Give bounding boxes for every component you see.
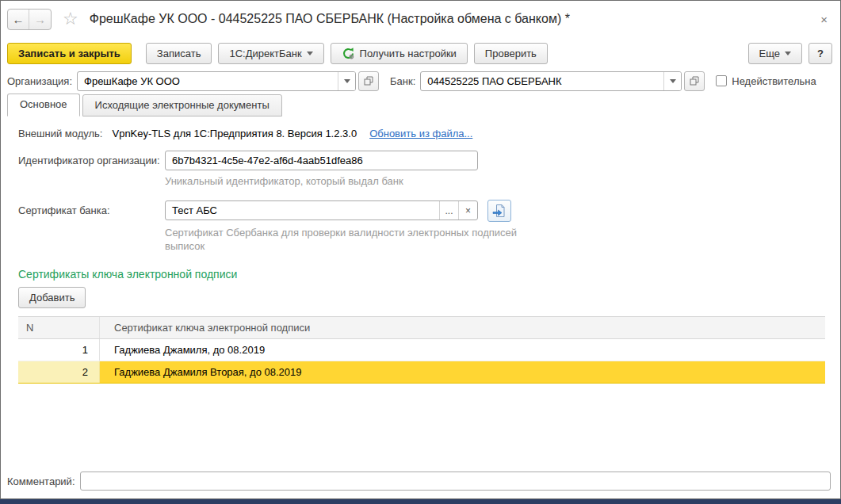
bank-value: 044525225 ПАО СБЕРБАНК: [421, 75, 663, 87]
window-bottom-edge: [0, 499, 841, 504]
org-id-row: Идентификатор организации:: [18, 151, 823, 170]
import-certificate-button[interactable]: [487, 200, 511, 222]
add-certificate-button[interactable]: Добавить: [18, 287, 86, 308]
table-row[interactable]: 2Гаджиева Джамиля Вторая, до 08.2019: [18, 361, 825, 384]
directbank-menu-button[interactable]: 1С:ДиректБанк: [218, 43, 323, 64]
invalid-checkbox-label: Недействительна: [732, 75, 816, 87]
bank-label: Банк:: [390, 75, 415, 87]
bank-cert-row: Сертификат банка: Тест АБС ... ×: [18, 200, 823, 222]
bank-cert-value: Тест АБС: [166, 204, 439, 216]
external-module-value: VpnKey-TLS для 1С:Предприятия 8. Версия …: [112, 128, 357, 139]
cell-row-number: 1: [18, 339, 100, 361]
table-header-row: N Сертификат ключа электронной подписи: [18, 317, 825, 339]
bank-cert-hint: Сертификат Сбербанка для проверки валидн…: [165, 226, 518, 254]
help-button[interactable]: ?: [809, 43, 832, 64]
history-nav: ← →: [7, 9, 52, 30]
organization-value: ФрешКафе УК ООО: [78, 75, 338, 87]
external-module-label: Внешний модуль:: [18, 128, 102, 139]
import-certificate-icon: [492, 204, 507, 218]
tab-content-main: Внешний модуль: VpnKey-TLS для 1С:Предпр…: [1, 116, 840, 472]
bank-cert-select-button[interactable]: ...: [439, 201, 458, 220]
open-window-icon: [364, 76, 373, 86]
more-button[interactable]: Еще: [748, 43, 802, 64]
get-settings-button[interactable]: Получить настройки: [331, 43, 468, 64]
tab-outgoing-documents[interactable]: Исходящие электронные документы: [82, 94, 282, 116]
cell-row-number: 2: [18, 361, 100, 383]
close-icon[interactable]: ×: [816, 11, 832, 28]
directbank-label: 1С:ДиректБанк: [229, 48, 301, 59]
forward-arrow-icon: →: [34, 13, 46, 26]
cell-certificate: Гаджиева Джамиля Вторая, до 08.2019: [100, 361, 825, 383]
header-fields-row: Организация: ФрешКафе УК ООО Банк: 04452…: [1, 69, 840, 93]
tab-main[interactable]: Основное: [7, 94, 80, 116]
refresh-gear-icon: [342, 47, 355, 60]
forward-button[interactable]: →: [29, 10, 51, 29]
more-label: Еще: [759, 48, 780, 59]
page-title: ФрешКафе УК ООО - 044525225 ПАО СБЕРБАНК…: [90, 12, 816, 26]
organization-label: Организация:: [7, 75, 72, 87]
tab-strip: Основное Исходящие электронные документы: [1, 93, 840, 116]
bank-dropdown-button[interactable]: [663, 72, 681, 90]
column-header-certificate[interactable]: Сертификат ключа электронной подписи: [100, 317, 825, 338]
column-header-number[interactable]: N: [18, 317, 100, 338]
org-id-label: Идентификатор организации:: [18, 155, 165, 166]
check-button[interactable]: Проверить: [474, 43, 548, 64]
certificates-section-title: Сертификаты ключа электронной подписи: [18, 268, 823, 281]
bank-open-button[interactable]: [684, 71, 705, 91]
cert-table-body: 1Гаджиева Джамиля, до 08.20192Гаджиева Д…: [18, 339, 825, 384]
save-and-close-button[interactable]: Записать и закрыть: [7, 43, 132, 64]
table-row[interactable]: 1Гаджиева Джамиля, до 08.2019: [18, 339, 825, 361]
bank-cert-clear-button[interactable]: ×: [458, 201, 477, 220]
titlebar: ← → ☆ ФрешКафе УК ООО - 044525225 ПАО СБ…: [1, 1, 840, 37]
chevron-down-icon: [785, 52, 791, 55]
cell-certificate: Гаджиева Джамиля, до 08.2019: [100, 339, 825, 361]
chevron-down-icon: [670, 79, 676, 83]
open-window-icon: [690, 76, 699, 86]
back-arrow-icon: ←: [13, 13, 25, 26]
bank-cert-field[interactable]: Тест АБС ... ×: [165, 200, 478, 220]
chevron-down-icon: [307, 52, 313, 55]
comment-input[interactable]: [80, 472, 831, 491]
organization-combo[interactable]: ФрешКафе УК ООО: [77, 71, 356, 91]
org-id-input[interactable]: [165, 151, 478, 170]
org-id-hint: Уникальный идентификатор, который выдал …: [165, 174, 823, 189]
organization-dropdown-button[interactable]: [338, 72, 355, 90]
back-button[interactable]: ←: [8, 10, 29, 29]
organization-open-button[interactable]: [358, 71, 379, 91]
certificates-table: N Сертификат ключа электронной подписи 1…: [18, 316, 825, 384]
command-bar: Записать и закрыть Записать 1С:ДиректБан…: [1, 37, 840, 69]
invalid-checkbox[interactable]: [716, 75, 727, 86]
bank-cert-label: Сертификат банка:: [18, 204, 165, 216]
external-module-row: Внешний модуль: VpnKey-TLS для 1С:Предпр…: [18, 128, 823, 139]
comment-row: Комментарий:: [1, 472, 840, 498]
comment-label: Комментарий:: [7, 475, 75, 487]
get-settings-label: Получить настройки: [360, 48, 457, 59]
favorite-star-icon[interactable]: ☆: [63, 10, 78, 28]
bank-combo[interactable]: 044525225 ПАО СБЕРБАНК: [420, 71, 682, 91]
bank-exchange-settings-window: ← → ☆ ФрешКафе УК ООО - 044525225 ПАО СБ…: [0, 0, 841, 499]
save-button[interactable]: Записать: [146, 43, 212, 64]
update-from-file-link[interactable]: Обновить из файла...: [369, 128, 472, 139]
chevron-down-icon: [344, 79, 350, 83]
